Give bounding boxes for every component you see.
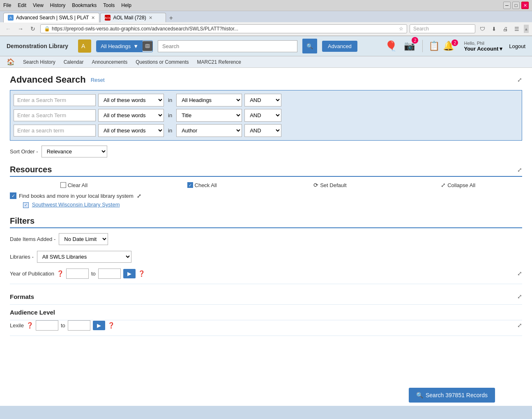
word-type-select-3[interactable]: All of these words [98,124,164,137]
lexile-expand-icon[interactable]: ⤢ [517,322,522,329]
clear-all-action[interactable]: Clear All [10,182,138,188]
year-help-icon-2[interactable]: ❓ [138,270,145,277]
svg-text:A: A [81,43,85,49]
collapse-all-icon: ⤢ [441,182,446,188]
sort-label: Sort Order - [10,148,38,155]
operator-select-2[interactable]: AND [244,109,281,122]
search-term-input-2[interactable] [14,109,96,121]
check-all-action[interactable]: ✓ Check All [138,182,266,188]
back-button[interactable]: ← [3,24,13,34]
collapse-all-label: Collapse All [447,182,475,188]
menu-icon[interactable]: ☰ [512,24,521,33]
libraries-label: Libraries - [10,254,34,260]
new-tab-button[interactable]: + [167,14,175,22]
word-type-select-1[interactable]: All of these words [98,94,164,106]
bookmark-icon[interactable]: ☆ [399,26,403,32]
notification-icon[interactable]: 📷 2 [402,39,417,53]
operator-select-3[interactable]: AND [244,124,281,137]
main-search-input[interactable] [158,40,297,52]
minimize-button[interactable]: ─ [503,2,511,9]
header-logo-icon: A [78,39,91,53]
browser-toolbar: 🛡 ⬇ 🖨 ☰ [478,24,521,33]
nav-marc21[interactable]: MARC21 Reference [197,59,241,65]
maximize-button[interactable]: □ [512,2,520,9]
search-records-button[interactable]: 🔍 Search 397851 Records [409,388,495,403]
menu-help[interactable]: Help [121,2,131,8]
account-section[interactable]: Hello, Phil Your Account ▾ [464,41,502,52]
lexile-from-input[interactable] [36,320,58,331]
clear-all-checkbox [60,182,66,188]
year-to-input[interactable] [98,269,121,279]
collapse-all-action[interactable]: ⤢ Collapse All [394,182,522,188]
header-search-button[interactable]: 🔍 [302,39,317,53]
search-term-input-3[interactable] [14,125,96,137]
reset-link[interactable]: Reset [91,77,105,83]
notifications-icon-area[interactable]: 📋 [428,41,440,51]
nav-calendar[interactable]: Calendar [64,59,84,65]
field-select-3[interactable]: Author [176,124,242,137]
search-type-dropdown[interactable]: All Headings ▼ [97,41,143,52]
sub-resource-checkbox-1[interactable]: ✓ [23,202,29,208]
lexile-help-icon[interactable]: ❓ [26,322,33,329]
menu-history[interactable]: History [50,2,65,8]
libraries-select[interactable]: All SWLS Libraries [37,251,131,263]
home-icon[interactable]: 🏠 [7,58,15,66]
year-from-input[interactable] [66,269,89,279]
nav-search-history[interactable]: Search History [23,59,55,65]
resource-group-checkbox-1[interactable]: ✓ [10,192,16,199]
field-select-1[interactable]: All Headings [176,94,242,106]
lexile-to-input[interactable] [68,320,90,331]
search-term-input-1[interactable] [14,94,96,106]
lexile-help-icon-2[interactable]: ❓ [108,322,115,329]
tab-advanced-search[interactable]: A Advanced Search | SWLS | PLAT ✕ [3,13,99,23]
word-type-select-2[interactable]: All of these words [98,109,164,122]
forward-button[interactable]: → [16,24,25,34]
tab-close-aol[interactable]: ✕ [149,15,152,21]
year-to-label: to [91,271,96,277]
resource-group-expand-1[interactable]: ⤢ [137,193,141,199]
browser-search-input[interactable]: Search [410,24,475,33]
sub-resource-link-1[interactable]: Southwest Wisconsin Library System [32,201,120,208]
notification-badge: 2 [412,37,418,44]
shield-icon: 🛡 [478,24,487,33]
collapse-resources-icon[interactable]: ⤢ [517,167,522,173]
tab-aol-mail[interactable]: AOL AOL Mail (728) ✕ [100,13,166,22]
download-icon[interactable]: ⬇ [489,24,498,33]
menu-bookmarks[interactable]: Bookmarks [72,2,97,8]
year-expand-icon[interactable]: ⤢ [517,270,522,277]
account-chevron: ▾ [500,46,502,52]
tab-close-advanced[interactable]: ✕ [91,15,95,21]
app-wrapper: Demonstration Library A All Headings ▼ 🔍… [0,36,532,406]
formats-expand-icon[interactable]: ⤢ [517,293,522,300]
search-row-3: All of these words in Author AND [14,124,518,137]
year-help-icon[interactable]: ❓ [57,270,64,277]
logout-link[interactable]: Logout [509,43,525,49]
close-button[interactable]: ✕ [521,2,529,9]
address-text: https://preprod-swls-verso.auto-graphics… [52,26,397,32]
address-bar[interactable]: 🔒 https://preprod-swls-verso.auto-graphi… [40,24,407,33]
balloon-icon[interactable]: 🎈 [384,39,398,53]
print-icon[interactable]: 🖨 [501,24,510,33]
operator-select-1[interactable]: AND [244,94,281,106]
collapse-advanced-icon[interactable]: ⤢ [517,76,522,83]
date-items-select[interactable]: No Date Limit Last 30 days Last 6 months… [59,233,108,245]
year-go-button[interactable]: ▶ [123,269,136,278]
formats-row: Formats ⤢ [10,289,522,305]
menu-tools[interactable]: Tools [103,2,115,8]
lexile-to-label: to [61,322,65,329]
nav-questions[interactable]: Questions or Comments [136,59,189,65]
resources-section: Resources ⤢ Clear All ✓ Check All ⟳ Set … [10,165,522,208]
advanced-button[interactable]: Advanced [322,41,357,52]
nav-announcements[interactable]: Announcements [92,59,127,65]
menu-view[interactable]: View [33,2,44,8]
menu-edit[interactable]: Edit [18,2,26,8]
bell-icon-area[interactable]: 🔔 2 [443,41,461,51]
field-select-2[interactable]: Title [176,109,242,122]
menu-file[interactable]: File [3,2,11,8]
lexile-go-button[interactable]: ▶ [93,321,105,330]
menu-bar: File Edit View History Bookmarks Tools H… [3,2,131,8]
year-label: Year of Publication [10,271,54,277]
set-default-action[interactable]: ⟳ Set Default [266,182,394,188]
sort-select[interactable]: Relevance Title Author Date [41,146,107,157]
refresh-button[interactable]: ↻ [28,24,38,34]
